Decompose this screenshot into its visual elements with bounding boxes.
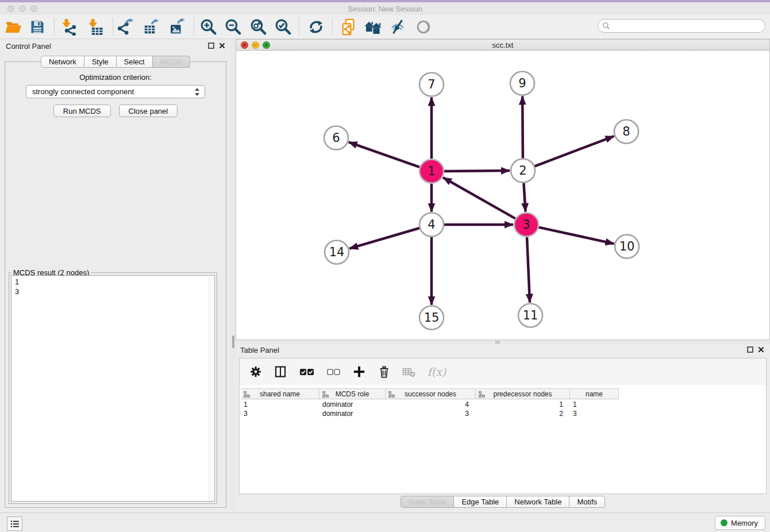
show-eye-button[interactable]: [414, 17, 433, 37]
delete-table-button[interactable]: [401, 363, 417, 380]
tab-style[interactable]: Style: [84, 56, 117, 68]
network-graph[interactable]: 7968124314101511: [236, 51, 769, 340]
graph-node-2[interactable]: 2: [511, 159, 535, 183]
tab-mcds[interactable]: MCDS: [152, 56, 190, 68]
add-column-button[interactable]: [351, 363, 367, 380]
graph-node-1[interactable]: 1: [419, 160, 444, 183]
list-icon: [10, 519, 20, 529]
deselect-all-columns-button[interactable]: [325, 363, 342, 380]
close-panel-icon[interactable]: [758, 346, 764, 353]
column-header-MCDS-role[interactable]: MCDS role: [319, 389, 386, 399]
column-header-successor-nodes[interactable]: successor nodes: [386, 389, 476, 399]
save-floppy-icon: [29, 19, 45, 35]
import-table-button[interactable]: [86, 17, 105, 37]
zoom-selected-button[interactable]: [274, 17, 293, 37]
search-icon: [602, 22, 610, 30]
titlebar: Session: New Session: [0, 2, 770, 15]
zoom-out-button[interactable]: [224, 17, 243, 37]
graph-node-11[interactable]: 11: [518, 304, 542, 327]
table-toolbar: f(x): [240, 358, 766, 385]
graph-edge-1-2[interactable]: [444, 171, 510, 171]
graph-edge-4-14[interactable]: [349, 228, 419, 249]
tab-select[interactable]: Select: [116, 56, 153, 68]
unchecked-boxes-icon: [326, 365, 341, 379]
graph-node-15[interactable]: 15: [419, 306, 444, 330]
mcds-result-list[interactable]: 13: [11, 275, 215, 502]
table-cell: dominator: [319, 400, 386, 409]
graph-node-14[interactable]: 14: [325, 241, 349, 264]
delete-column-button[interactable]: [376, 363, 392, 380]
search-field[interactable]: [598, 19, 765, 33]
zoom-in-button[interactable]: [199, 17, 218, 37]
home-button[interactable]: [363, 17, 383, 37]
graph-node-label: 10: [619, 240, 635, 253]
search-input[interactable]: [613, 22, 765, 30]
toggle-panel-button[interactable]: [272, 363, 288, 380]
export-network-button[interactable]: [116, 17, 136, 37]
graph-node-label: 1: [428, 164, 435, 178]
table-row[interactable]: 1dominator411: [241, 400, 619, 409]
tab-network[interactable]: Network: [41, 56, 84, 68]
result-scrollbar[interactable]: [209, 276, 214, 500]
close-panel-button[interactable]: Close panel: [119, 105, 178, 117]
table-cell: 1: [476, 400, 570, 409]
run-mcds-button[interactable]: Run MCDS: [53, 105, 111, 117]
column-header-name[interactable]: name: [570, 389, 619, 399]
graph-node-3[interactable]: 3: [514, 213, 538, 237]
clone-network-button[interactable]: [338, 17, 358, 37]
app-window: Session: New Session: [0, 0, 770, 532]
graph-edge-3-1[interactable]: [443, 178, 515, 218]
export-image-button[interactable]: [167, 17, 186, 37]
graph-node-6[interactable]: 6: [324, 126, 348, 150]
graph-edge-2-8[interactable]: [535, 136, 614, 166]
graph-node-label: 2: [519, 164, 526, 178]
float-panel-icon[interactable]: [208, 43, 214, 49]
graph-edge-3-11[interactable]: [527, 237, 530, 303]
graph-edge-2-3[interactable]: [523, 183, 525, 212]
graph-node-4[interactable]: 4: [419, 213, 444, 237]
window-title: Session: New Session: [0, 5, 770, 13]
graph-node-7[interactable]: 7: [419, 73, 444, 97]
tab-motifs[interactable]: Motifs: [569, 496, 605, 508]
criterion-select[interactable]: strongly connected component: [26, 85, 205, 98]
export-network-icon: [117, 18, 134, 36]
splitter-handle[interactable]: [495, 341, 500, 344]
graph-edge-3-10[interactable]: [539, 228, 614, 244]
refresh-view-button[interactable]: [306, 17, 326, 37]
network-canvas[interactable]: 7968124314101511: [236, 51, 769, 340]
graph-edge-2-9[interactable]: [522, 97, 523, 159]
column-header-shared-name[interactable]: shared name: [241, 389, 319, 399]
tab-edge-table[interactable]: Edge Table: [453, 496, 507, 508]
control-panel-tabs: Network Style Select MCDS: [0, 56, 231, 68]
select-all-columns-button[interactable]: [297, 363, 317, 380]
graph-edge-1-6[interactable]: [349, 142, 420, 167]
select-stepper-icon: [194, 87, 201, 97]
export-table-button[interactable]: [141, 17, 161, 37]
tab-network-table[interactable]: Network Table: [506, 496, 569, 508]
horizontal-splitter[interactable]: [236, 340, 770, 344]
control-panel-title: Control Panel: [6, 42, 51, 51]
zoom-fit-button[interactable]: [249, 17, 268, 37]
column-header-label: predecessor nodes: [493, 390, 552, 398]
column-header-predecessor-nodes[interactable]: predecessor nodes: [476, 389, 570, 399]
graph-node-9[interactable]: 9: [510, 72, 534, 95]
open-session-button[interactable]: [3, 17, 23, 37]
tab-node-table[interactable]: Node Table: [401, 496, 455, 508]
vertical-splitter[interactable]: [231, 39, 236, 512]
memory-label: Memory: [731, 519, 758, 527]
memory-button[interactable]: Memory: [715, 516, 765, 530]
column-tree-icon: [322, 391, 329, 399]
hide-panels-button[interactable]: [388, 17, 407, 37]
close-panel-icon[interactable]: [219, 43, 225, 49]
task-history-button[interactable]: [7, 516, 22, 531]
float-panel-icon[interactable]: [747, 346, 753, 353]
splitter-handle[interactable]: [232, 336, 234, 348]
graph-node-8[interactable]: 8: [614, 120, 638, 144]
network-view-window: × − + scc.txt 7968124314101511: [236, 39, 770, 340]
table-row[interactable]: 3dominator323: [241, 409, 619, 418]
save-session-button[interactable]: [28, 17, 47, 37]
import-network-button[interactable]: [59, 17, 79, 37]
table-settings-button[interactable]: [248, 363, 264, 380]
function-builder-button[interactable]: f(x): [425, 363, 448, 380]
graph-node-10[interactable]: 10: [615, 235, 639, 259]
